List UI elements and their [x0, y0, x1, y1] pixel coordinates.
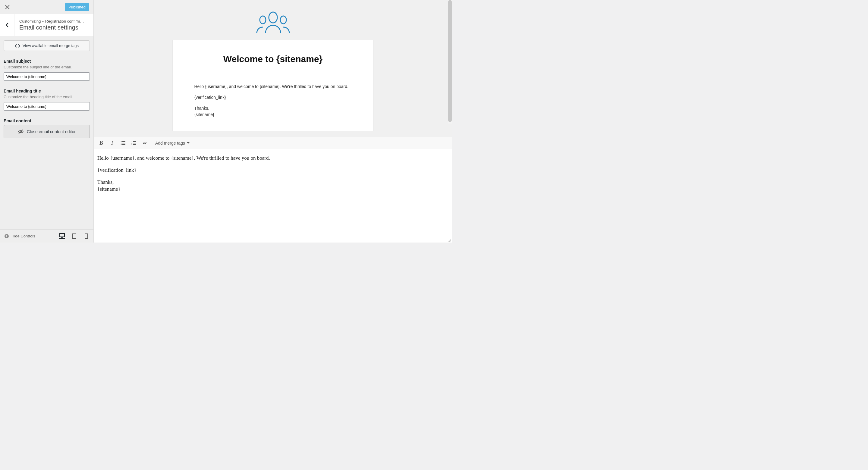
- close-customizer-button[interactable]: [0, 0, 14, 14]
- sidebar-body: View available email merge tags Email su…: [0, 36, 93, 229]
- list-ul-icon: [121, 141, 125, 145]
- content-editor: B I 123 Add merge tags Hello {username},…: [94, 137, 452, 243]
- editor-toolbar: B I 123 Add merge tags: [94, 137, 452, 149]
- desktop-icon: [59, 233, 65, 238]
- breadcrumb-page: Registration confirm…: [45, 19, 84, 24]
- svg-rect-2: [60, 233, 64, 237]
- code-icon: [15, 44, 20, 48]
- device-tablet-button[interactable]: [71, 233, 77, 239]
- svg-point-11: [121, 143, 122, 144]
- svg-point-10: [121, 141, 122, 142]
- svg-text:3: 3: [131, 144, 132, 145]
- tablet-icon: [72, 233, 76, 239]
- close-editor-button[interactable]: Close email content editor: [4, 125, 90, 138]
- preview-pane: Welcome to {sitename} Hello {username}, …: [94, 0, 452, 243]
- email-preview-card: Welcome to {sitename} Hello {username}, …: [173, 40, 374, 131]
- grip-icon: [447, 238, 452, 242]
- email-preview-para: Hello {username}, and welcome to {sitena…: [194, 84, 352, 90]
- italic-button[interactable]: I: [107, 138, 117, 148]
- caret-down-icon: [187, 142, 190, 144]
- hide-controls-button[interactable]: Hide Controls: [4, 234, 35, 239]
- bulleted-list-button[interactable]: [119, 138, 127, 148]
- email-preview-body: Hello {username}, and welcome to {sitena…: [194, 84, 352, 118]
- email-logo: [255, 11, 291, 34]
- hide-controls-label: Hide Controls: [11, 234, 35, 238]
- svg-point-1: [4, 234, 9, 238]
- editor-line: Hello {username}, and welcome to {sitena…: [97, 155, 448, 162]
- email-preview-para: {verification_link}: [194, 94, 352, 101]
- svg-point-12: [121, 144, 122, 145]
- svg-point-9: [280, 16, 286, 24]
- svg-point-8: [260, 16, 266, 24]
- vertical-scrollbar[interactable]: [448, 0, 452, 124]
- email-heading-input[interactable]: [4, 102, 90, 111]
- email-content-label: Email content: [4, 118, 90, 123]
- eye-slash-icon: [18, 129, 24, 134]
- close-editor-label: Close email content editor: [27, 129, 76, 134]
- email-subject-label: Email subject: [4, 59, 90, 64]
- device-preview-toggles: [59, 233, 89, 239]
- bold-button[interactable]: B: [97, 138, 106, 148]
- collapse-left-icon: [4, 234, 9, 239]
- svg-point-7: [269, 12, 277, 23]
- sidebar-top-row: Published: [0, 0, 93, 14]
- editor-line: {verification_link}: [97, 167, 448, 174]
- preview-top: Welcome to {sitename} Hello {username}, …: [94, 0, 452, 131]
- mobile-icon: [85, 233, 88, 239]
- email-heading-label: Email heading title: [4, 89, 90, 93]
- email-subject-block: Email subject Customize the subject line…: [4, 59, 90, 81]
- sidebar-header: Customizing ▸ Registration confirm… Emai…: [0, 14, 93, 36]
- view-merge-tags-button[interactable]: View available email merge tags: [4, 40, 90, 51]
- header-text: Customizing ▸ Registration confirm… Emai…: [14, 14, 93, 36]
- email-preview-para: Thanks, {sitename}: [194, 105, 352, 118]
- back-button[interactable]: [0, 14, 14, 36]
- add-merge-tags-dropdown[interactable]: Add merge tags: [153, 139, 192, 147]
- numbered-list-button[interactable]: 123: [129, 138, 138, 148]
- email-heading-block: Email heading title Customize the headin…: [4, 89, 90, 111]
- breadcrumb-separator-icon: ▸: [42, 19, 45, 24]
- customizer-sidebar: Published Customizing ▸ Registration con…: [0, 0, 94, 243]
- device-mobile-button[interactable]: [83, 233, 89, 239]
- scrollbar-thumb[interactable]: [448, 0, 452, 122]
- section-title: Email content settings: [19, 24, 90, 31]
- chevron-left-icon: [5, 22, 9, 28]
- svg-point-6: [86, 238, 87, 238]
- breadcrumb: Customizing ▸ Registration confirm…: [19, 19, 89, 24]
- email-subject-input[interactable]: [4, 72, 90, 81]
- resize-handle[interactable]: [447, 238, 452, 242]
- breadcrumb-prefix: Customizing: [19, 19, 41, 24]
- add-merge-tags-label: Add merge tags: [155, 141, 185, 146]
- email-content-block: Email content Close email content editor: [4, 118, 90, 138]
- sidebar-footer: Hide Controls: [0, 229, 93, 243]
- link-button[interactable]: [140, 138, 149, 148]
- link-icon: [142, 140, 147, 146]
- merge-tags-label: View available email merge tags: [23, 43, 79, 48]
- list-ol-icon: 123: [131, 141, 136, 145]
- email-subject-desc: Customize the subject line of the email.: [4, 65, 90, 69]
- people-icon: [255, 11, 291, 34]
- close-icon: [5, 5, 10, 9]
- editor-line: Thanks, {sitename}: [97, 179, 448, 193]
- svg-point-4: [74, 238, 74, 238]
- email-preview-title: Welcome to {sitename}: [194, 54, 352, 64]
- publish-button[interactable]: Published: [65, 3, 89, 11]
- email-heading-desc: Customize the heading title of the email…: [4, 95, 90, 99]
- device-desktop-button[interactable]: [59, 233, 65, 239]
- editor-textarea[interactable]: Hello {username}, and welcome to {sitena…: [94, 149, 452, 243]
